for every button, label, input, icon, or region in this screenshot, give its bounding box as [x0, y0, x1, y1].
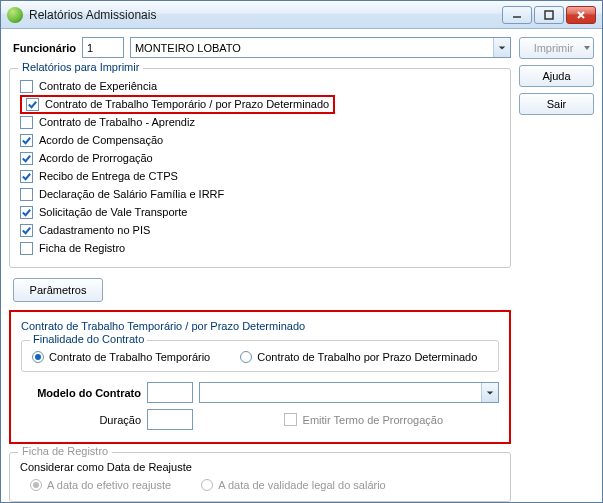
radio-validade-label: A data de validade legal do salário: [218, 479, 386, 491]
radio-efetivo-reajuste: A data do efetivo reajuste: [30, 479, 171, 491]
ficha-registro-group: Ficha de Registro Considerar como Data d…: [9, 452, 511, 502]
reports-legend: Relatórios para Imprimir: [18, 61, 143, 73]
report-checkbox[interactable]: [20, 152, 33, 165]
report-row: Acordo de Compensação: [20, 131, 500, 149]
duracao-input[interactable]: [147, 409, 193, 430]
report-label[interactable]: Cadastramento no PIS: [39, 224, 150, 236]
finalidade-legend: Finalidade do Contrato: [30, 333, 147, 345]
report-row: Contrato de Trabalho - Aprendiz: [20, 113, 500, 131]
imprimir-button[interactable]: Imprimir: [519, 37, 594, 59]
radio-efetivo-label: A data do efetivo reajuste: [47, 479, 171, 491]
contrato-title: Contrato de Trabalho Temporário / por Pr…: [21, 320, 499, 332]
radio-temporario-label: Contrato de Trabalho Temporário: [49, 351, 210, 363]
report-label[interactable]: Declaração de Salário Família e IRRF: [39, 188, 224, 200]
parametros-button[interactable]: Parâmetros: [13, 278, 103, 302]
emitir-termo-checkbox: [284, 413, 297, 426]
chevron-down-icon[interactable]: [481, 383, 498, 402]
funcionario-row: Funcionário: [9, 37, 511, 58]
report-checkbox[interactable]: [20, 80, 33, 93]
chevron-down-icon[interactable]: [493, 38, 510, 57]
report-row: Solicitação de Vale Transporte: [20, 203, 500, 221]
contrato-section: Contrato de Trabalho Temporário / por Pr…: [9, 310, 511, 444]
reports-group: Relatórios para Imprimir Contrato de Exp…: [9, 68, 511, 268]
ficha-legend: Ficha de Registro: [18, 445, 112, 457]
report-label[interactable]: Contrato de Trabalho - Aprendiz: [39, 116, 195, 128]
report-checkbox[interactable]: [20, 134, 33, 147]
funcionario-label: Funcionário: [13, 42, 76, 54]
ficha-consider-label: Considerar como Data de Reajuste: [20, 461, 500, 473]
funcionario-combo[interactable]: [130, 37, 511, 58]
radio-prazo-label: Contrato de Trabalho por Prazo Determina…: [257, 351, 477, 363]
close-button[interactable]: [566, 6, 596, 24]
report-checkbox[interactable]: [20, 242, 33, 255]
radio-temporario[interactable]: Contrato de Trabalho Temporário: [32, 351, 210, 363]
report-checkbox[interactable]: [20, 170, 33, 183]
chevron-down-icon: [584, 46, 590, 50]
emitir-termo-label: Emitir Termo de Prorrogação: [303, 414, 443, 426]
imprimir-label: Imprimir: [534, 42, 574, 54]
svg-rect-0: [545, 11, 553, 19]
report-row: Cadastramento no PIS: [20, 221, 500, 239]
report-label[interactable]: Acordo de Compensação: [39, 134, 163, 146]
modelo-combo[interactable]: [199, 382, 499, 403]
radio-validade-legal: A data de validade legal do salário: [201, 479, 386, 491]
report-label[interactable]: Recibo de Entrega de CTPS: [39, 170, 178, 182]
report-label[interactable]: Contrato de Trabalho Temporário / por Pr…: [45, 98, 329, 110]
app-window: Relatórios Admissionais Funcionário: [0, 0, 603, 503]
funcionario-name-input[interactable]: [130, 37, 511, 58]
app-icon: [7, 7, 23, 23]
radio-prazo-determinado[interactable]: Contrato de Trabalho por Prazo Determina…: [240, 351, 477, 363]
sair-button[interactable]: Sair: [519, 93, 594, 115]
report-label[interactable]: Solicitação de Vale Transporte: [39, 206, 187, 218]
duracao-label: Duração: [21, 414, 141, 426]
report-checkbox[interactable]: [20, 188, 33, 201]
modelo-number-input[interactable]: [147, 382, 193, 403]
report-row: Contrato de Experiência: [20, 77, 500, 95]
window-title: Relatórios Admissionais: [29, 8, 496, 22]
report-checkbox[interactable]: [20, 116, 33, 129]
report-label[interactable]: Acordo de Prorrogação: [39, 152, 153, 164]
maximize-button[interactable]: [534, 6, 564, 24]
modelo-label: Modelo do Contrato: [21, 387, 141, 399]
finalidade-group: Finalidade do Contrato Contrato de Traba…: [21, 340, 499, 372]
report-row: Acordo de Prorrogação: [20, 149, 500, 167]
report-row: Recibo de Entrega de CTPS: [20, 167, 500, 185]
funcionario-number-input[interactable]: [82, 37, 124, 58]
report-row: Declaração de Salário Família e IRRF: [20, 185, 500, 203]
minimize-button[interactable]: [502, 6, 532, 24]
ajuda-button[interactable]: Ajuda: [519, 65, 594, 87]
report-checkbox[interactable]: [26, 98, 39, 111]
highlighted-report: Contrato de Trabalho Temporário / por Pr…: [20, 95, 335, 114]
report-checkbox[interactable]: [20, 224, 33, 237]
report-row: Contrato de Trabalho Temporário / por Pr…: [20, 95, 500, 113]
report-label[interactable]: Ficha de Registro: [39, 242, 125, 254]
modelo-desc-input[interactable]: [199, 382, 499, 403]
report-row: Ficha de Registro: [20, 239, 500, 257]
report-checkbox[interactable]: [20, 206, 33, 219]
titlebar: Relatórios Admissionais: [1, 1, 602, 29]
report-label[interactable]: Contrato de Experiência: [39, 80, 157, 92]
